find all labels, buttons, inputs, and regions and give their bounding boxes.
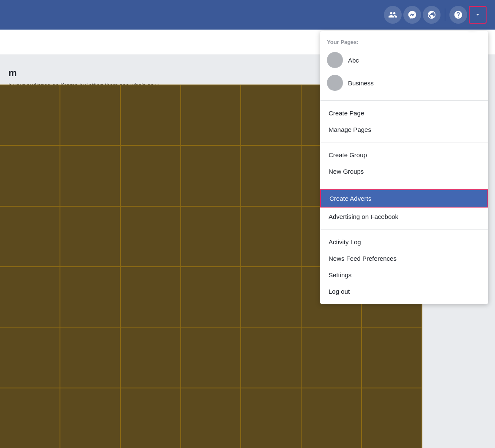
create-group-item[interactable]: Create Group: [320, 147, 488, 163]
pages-list: Abc Business: [320, 47, 488, 96]
nav-divider: [445, 8, 445, 21]
messenger-button[interactable]: [403, 6, 421, 24]
page-name-business: Business: [348, 79, 374, 87]
pages-actions-section: Create Page Manage Pages: [320, 101, 488, 142]
settings-item[interactable]: Settings: [320, 267, 488, 283]
create-adverts-item[interactable]: Create Adverts: [320, 189, 488, 208]
friends-button[interactable]: [384, 6, 402, 24]
nav-icons: [384, 6, 487, 24]
help-icon: [454, 10, 463, 19]
page-item-abc[interactable]: Abc: [320, 49, 488, 71]
dropdown-menu: Your Pages: Abc Business Create Page Man…: [320, 31, 488, 304]
pages-section: Your Pages: Abc Business: [320, 31, 488, 101]
advertising-facebook-item[interactable]: Advertising on Facebook: [320, 208, 488, 225]
groups-section: Create Group New Groups: [320, 142, 488, 184]
page-avatar-abc: [327, 52, 343, 68]
manage-pages-item[interactable]: Manage Pages: [320, 121, 488, 138]
pages-section-label: Your Pages:: [320, 36, 488, 47]
activity-log-item[interactable]: Activity Log: [320, 234, 488, 250]
navbar: [0, 0, 495, 30]
chevron-down-icon: [475, 12, 481, 18]
help-button[interactable]: [449, 6, 467, 24]
log-out-item[interactable]: Log out: [320, 283, 488, 300]
account-section: Activity Log News Feed Preferences Setti…: [320, 229, 488, 304]
news-feed-item[interactable]: News Feed Preferences: [320, 250, 488, 267]
new-groups-item[interactable]: New Groups: [320, 163, 488, 180]
globe-icon: [427, 10, 436, 19]
page-avatar-business: [327, 75, 343, 91]
adverts-section: Create Adverts Advertising on Facebook: [320, 184, 488, 229]
friends-icon: [388, 10, 397, 19]
page-name-abc: Abc: [348, 57, 359, 64]
messenger-icon: [408, 10, 417, 19]
dropdown-button[interactable]: [469, 6, 487, 24]
globe-button[interactable]: [423, 6, 441, 24]
page-item-business[interactable]: Business: [320, 71, 488, 94]
create-page-item[interactable]: Create Page: [320, 105, 488, 121]
page-title: m: [8, 68, 253, 79]
